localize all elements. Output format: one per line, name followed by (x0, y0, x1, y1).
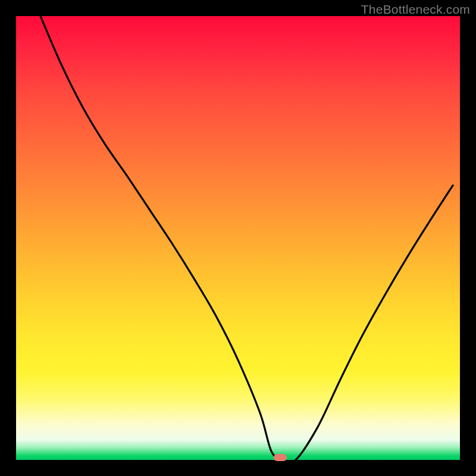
watermark-text: TheBottleneck.com (361, 2, 470, 17)
plot-area (16, 16, 460, 460)
optimum-marker (274, 454, 287, 461)
chart-frame: TheBottleneck.com (0, 0, 476, 476)
bottleneck-curve (16, 16, 460, 460)
